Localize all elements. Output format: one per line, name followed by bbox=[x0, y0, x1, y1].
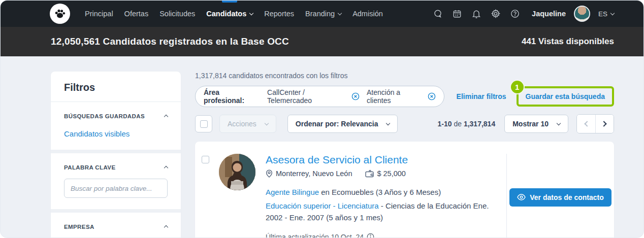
app-window: Principal Ofertas Solicitudes Candidatos… bbox=[0, 0, 644, 238]
chevron-left-icon bbox=[584, 121, 590, 126]
nav-item-principal[interactable]: Principal bbox=[79, 1, 119, 27]
chevron-down-icon bbox=[249, 11, 253, 15]
chevron-down-icon bbox=[265, 121, 269, 125]
chevron-right-icon bbox=[601, 121, 606, 126]
top-navbar: Principal Ofertas Solicitudes Candidatos… bbox=[1, 1, 643, 27]
candidate-meta: Monterrey, Nuevo León $ 25,000 bbox=[266, 169, 496, 178]
filters-sidebar: Filtros BÚSQUEDAS GUARDADAS Candidatos v… bbox=[51, 72, 181, 238]
actions-dropdown[interactable]: Acciones bbox=[219, 115, 276, 133]
nav-item-branding[interactable]: Branding bbox=[300, 1, 347, 27]
candidate-salary: $ 25,000 bbox=[365, 169, 405, 178]
registered-candidates-count: 12,050,561 Candidatos registrados en la … bbox=[51, 36, 289, 47]
eye-icon bbox=[517, 194, 526, 200]
filter-tag: CallCenter / Telemercadeo bbox=[267, 88, 360, 105]
saved-search-link[interactable]: Candidatos visibles bbox=[64, 129, 130, 138]
sort-dropdown[interactable]: Ordenar por: Relevancia bbox=[287, 115, 398, 133]
chevron-down-icon bbox=[386, 121, 390, 125]
gear-icon[interactable] bbox=[490, 8, 501, 19]
previous-page-button[interactable] bbox=[577, 115, 595, 133]
section-gap bbox=[51, 150, 181, 153]
active-tab-indicator bbox=[222, 1, 237, 3]
pagination bbox=[576, 114, 614, 133]
saved-searches-label: BÚSQUEDAS GUARDADAS bbox=[64, 113, 145, 119]
view-contact-button[interactable]: Ver datos de contacto bbox=[509, 188, 611, 207]
calendar-icon[interactable] bbox=[452, 8, 463, 19]
nav-item-reportes[interactable]: Reportes bbox=[259, 1, 300, 27]
info-icon[interactable] bbox=[367, 233, 374, 238]
salary-icon bbox=[365, 170, 374, 178]
chat-icon[interactable] bbox=[432, 8, 443, 19]
filter-tag: Atención a clientes bbox=[367, 88, 436, 105]
annotation-badge: 1 bbox=[510, 80, 525, 94]
candidate-checkbox-col bbox=[202, 154, 219, 238]
nav-item-solicitudes[interactable]: Solicitudes bbox=[154, 1, 201, 27]
results-range: 1-10 de 1,317,814 bbox=[438, 120, 496, 128]
next-page-button[interactable] bbox=[595, 115, 614, 133]
chevron-down-icon bbox=[610, 11, 615, 15]
active-filters-row: Área profesional: CallCenter / Telemerca… bbox=[195, 86, 614, 107]
candidate-card: Asesora de Servicio al Cliente Monterrey… bbox=[195, 142, 614, 238]
candidate-education: Educación superior - Licenciatura - Cien… bbox=[266, 200, 496, 224]
candidate-title-link[interactable]: Asesora de Servicio al Cliente bbox=[266, 154, 408, 166]
user-name[interactable]: Jaqueline bbox=[532, 10, 566, 18]
nav-item-admision[interactable]: Admisión bbox=[347, 1, 389, 27]
keyword-search-input[interactable] bbox=[71, 185, 162, 192]
keyword-search-field bbox=[64, 179, 168, 198]
chevron-up-icon bbox=[164, 225, 168, 229]
keyword-section: PALABRA CLAVE bbox=[51, 153, 181, 209]
last-updated: Última actualización 10 Oct. 24 bbox=[266, 233, 496, 238]
page-size-dropdown[interactable]: Mostrar 10 bbox=[504, 115, 568, 133]
location-pin-icon bbox=[266, 169, 273, 178]
language-selector[interactable]: ES bbox=[598, 10, 614, 18]
results-count: 1,317,814 candidatos encontrados con los… bbox=[195, 72, 614, 80]
keyword-label: PALABRA CLAVE bbox=[64, 164, 115, 171]
company-toggle[interactable]: EMPRESA bbox=[64, 224, 168, 230]
chevron-down-icon bbox=[557, 121, 561, 125]
results-column: 1,317,814 candidatos encontrados con los… bbox=[195, 72, 614, 238]
candidate-actions: Ver datos de contacto bbox=[506, 154, 614, 238]
nav-item-ofertas[interactable]: Ofertas bbox=[119, 1, 154, 27]
chevron-up-icon bbox=[164, 166, 168, 170]
available-views-count: 441 Vistas disponibles bbox=[522, 37, 614, 47]
checkbox-icon bbox=[200, 120, 208, 128]
saved-searches-section: BÚSQUEDAS GUARDADAS Candidatos visibles bbox=[51, 102, 181, 150]
help-icon[interactable] bbox=[509, 8, 521, 19]
chevron-up-icon bbox=[164, 115, 168, 119]
keyword-toggle[interactable]: PALABRA CLAVE bbox=[64, 164, 168, 171]
company-label: EMPRESA bbox=[64, 224, 94, 230]
user-avatar[interactable] bbox=[574, 6, 590, 22]
candidate-experience: Agente Bilingue en Ecomuebles (3 Años y … bbox=[266, 188, 496, 196]
remove-filter-icon[interactable] bbox=[351, 92, 360, 100]
remove-filter-icon[interactable] bbox=[428, 92, 436, 100]
clear-filters-link[interactable]: Eliminar filtros bbox=[457, 92, 506, 100]
experience-position-link[interactable]: Agente Bilingue bbox=[266, 188, 319, 196]
occ-paw-logo[interactable] bbox=[50, 4, 70, 24]
primary-nav: Principal Ofertas Solicitudes Candidatos… bbox=[79, 1, 389, 27]
saved-searches-toggle[interactable]: BÚSQUEDAS GUARDADAS bbox=[64, 113, 168, 119]
annotation-box: 1 Guardar esta búsqueda bbox=[517, 86, 614, 107]
filters-title: Filtros bbox=[51, 72, 181, 101]
navbar-right: Jaqueline ES bbox=[432, 6, 614, 22]
results-toolbar: Acciones Ordenar por: Relevancia 1-10 de… bbox=[195, 114, 614, 133]
candidate-checkbox[interactable] bbox=[202, 156, 209, 163]
section-gap bbox=[51, 209, 181, 213]
select-all-checkbox[interactable] bbox=[195, 115, 212, 132]
main-area: Filtros BÚSQUEDAS GUARDADAS Candidatos v… bbox=[1, 56, 643, 238]
chevron-down-icon bbox=[338, 11, 342, 15]
database-subheader: 12,050,561 Candidatos registrados en la … bbox=[1, 27, 643, 56]
filter-chip-label: Área profesional: bbox=[204, 88, 260, 105]
education-level-link[interactable]: Educación superior - Licenciatura bbox=[266, 201, 379, 210]
candidate-info: Asesora de Servicio al Cliente Monterrey… bbox=[266, 154, 506, 238]
bell-icon[interactable] bbox=[471, 8, 482, 19]
candidate-photo[interactable] bbox=[219, 154, 255, 190]
candidate-location: Monterrey, Nuevo León bbox=[266, 169, 352, 178]
save-search-link[interactable]: Guardar esta búsqueda bbox=[526, 92, 605, 100]
nav-item-candidatos[interactable]: Candidatos bbox=[201, 1, 259, 27]
paw-icon bbox=[53, 7, 67, 20]
filter-chip-area-profesional: Área profesional: CallCenter / Telemerca… bbox=[195, 86, 444, 107]
company-section: EMPRESA bbox=[51, 213, 181, 238]
